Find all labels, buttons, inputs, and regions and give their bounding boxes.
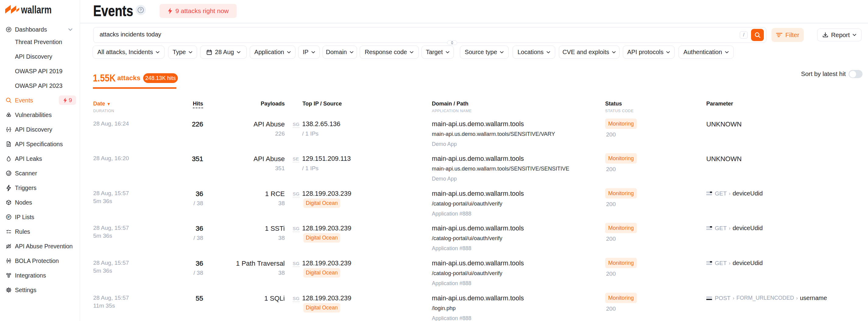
svg-text:?: ? — [140, 8, 142, 12]
